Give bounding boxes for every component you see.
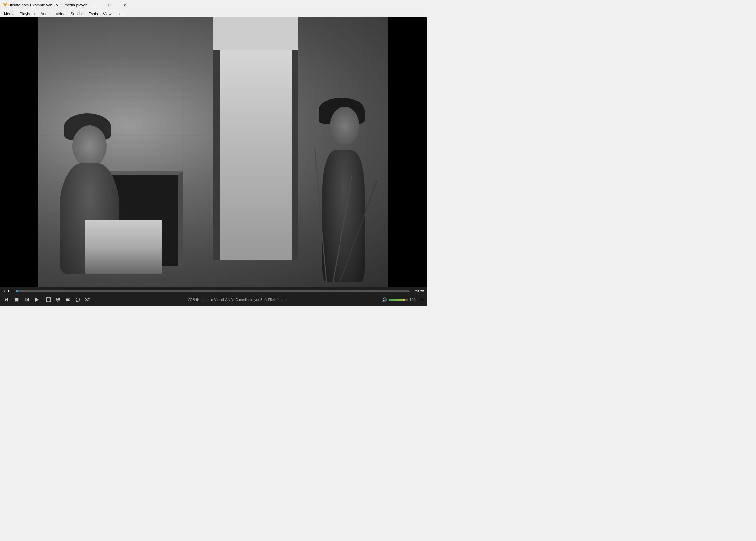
playlist-button[interactable]: [63, 296, 72, 303]
restore-button[interactable]: ⧠: [102, 0, 117, 10]
volume-percent-sign: %: [420, 297, 424, 302]
previous-button[interactable]: [3, 296, 12, 303]
figure-right-head: [330, 107, 359, 145]
next-button[interactable]: [22, 296, 31, 303]
svg-point-12: [57, 300, 58, 301]
window-controls: ─ ⧠ ✕: [87, 0, 133, 10]
minimize-button[interactable]: ─: [87, 0, 102, 10]
volume-track[interactable]: [389, 298, 408, 300]
video-canvas: [0, 17, 427, 287]
video-border-left: [0, 17, 38, 287]
stop-button[interactable]: [12, 296, 21, 303]
video-border-right: [388, 17, 427, 287]
menu-tools[interactable]: Tools: [86, 11, 101, 17]
extended-settings-button[interactable]: [54, 296, 63, 303]
menu-help[interactable]: Help: [114, 11, 127, 17]
time-total: 28:20: [412, 289, 424, 293]
menu-view[interactable]: View: [101, 11, 114, 17]
volume-fill-yellow: [403, 298, 405, 300]
status-text: .VOB file open in VideoLAN VLC media pla…: [187, 297, 287, 301]
time-current: 00:13: [3, 289, 13, 293]
menu-audio[interactable]: Audio: [38, 11, 53, 17]
menu-playback[interactable]: Playback: [17, 11, 38, 17]
title-bar: FileInfo.com Example.vob - VLC media pla…: [0, 0, 427, 10]
svg-point-11: [59, 299, 60, 300]
svg-rect-6: [47, 297, 50, 301]
volume-fill-green: [389, 298, 403, 300]
play-button[interactable]: [32, 295, 42, 304]
playback-controls: [3, 295, 92, 304]
close-button[interactable]: ✕: [118, 0, 133, 10]
menu-bar: Media Playback Audio Video Subtitle Tool…: [0, 10, 427, 17]
easel: [316, 147, 350, 282]
svg-rect-13: [66, 298, 70, 298]
random-button[interactable]: [83, 296, 92, 303]
volume-area: 🔊 100 %: [382, 297, 424, 302]
progress-bar-row: 00:13 28:20: [3, 288, 424, 294]
progress-fill: [16, 290, 18, 292]
svg-rect-15: [66, 300, 69, 301]
status-bar: .VOB file open in VideoLAN VLC media pla…: [92, 297, 382, 301]
window-top: [213, 17, 299, 50]
loop-button[interactable]: [73, 296, 82, 303]
svg-marker-16: [69, 299, 70, 301]
figure-left-head: [72, 125, 107, 167]
fullscreen-button[interactable]: [44, 296, 53, 303]
svg-marker-0: [5, 298, 7, 301]
menu-media[interactable]: Media: [1, 11, 17, 17]
menu-video[interactable]: Video: [53, 11, 68, 17]
svg-marker-3: [27, 298, 29, 301]
volume-icon[interactable]: 🔊: [382, 297, 387, 302]
svg-rect-1: [7, 298, 8, 301]
title-bar-text: FileInfo.com Example.vob - VLC media pla…: [8, 3, 87, 7]
easel-leg-2: [333, 176, 352, 282]
progress-track[interactable]: [16, 290, 410, 292]
svg-point-10: [57, 298, 58, 299]
video-area[interactable]: [0, 17, 427, 287]
bottom-controls-row: .VOB file open in VideoLAN VLC media pla…: [3, 294, 424, 305]
volume-percentage: 100: [409, 297, 419, 301]
svg-marker-5: [35, 297, 39, 301]
doorframe: [213, 17, 299, 261]
svg-rect-14: [66, 299, 69, 299]
app-icon: [3, 3, 8, 8]
easel-leg-1: [314, 147, 327, 282]
svg-rect-2: [15, 298, 19, 301]
menu-subtitle[interactable]: Subtitle: [68, 11, 86, 17]
svg-rect-4: [26, 298, 27, 301]
controls-area: 00:13 28:20: [0, 287, 427, 306]
desk: [85, 220, 162, 274]
